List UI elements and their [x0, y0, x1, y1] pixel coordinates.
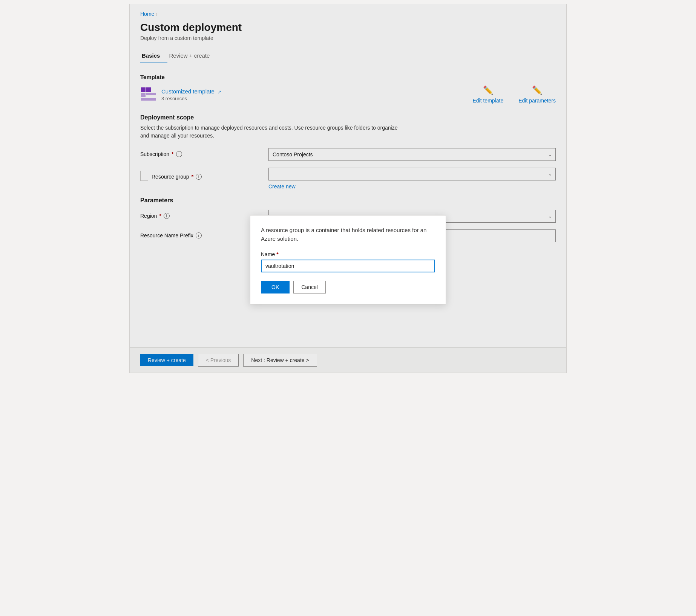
- dialog-cancel-button[interactable]: Cancel: [293, 281, 326, 293]
- dialog-name-input[interactable]: [261, 260, 435, 272]
- dialog-name-label: Name *: [261, 251, 435, 257]
- page-container: Home › Custom deployment Deploy from a c…: [129, 4, 567, 373]
- dialog-description: A resource group is a container that hol…: [261, 226, 435, 243]
- dialog-buttons: OK Cancel: [261, 281, 435, 293]
- dialog-box: A resource group is a container that hol…: [250, 215, 446, 304]
- dialog-name-required: *: [276, 251, 278, 257]
- dialog-overlay: A resource group is a container that hol…: [130, 4, 566, 373]
- dialog-ok-button[interactable]: OK: [261, 281, 290, 293]
